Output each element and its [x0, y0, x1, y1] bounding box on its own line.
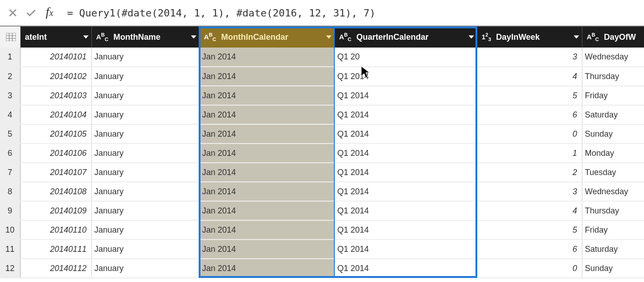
row-number[interactable]: 4 [0, 105, 20, 124]
table-row[interactable]: 520140105JanuaryJan 2014Q1 20140Sunday [0, 124, 644, 144]
cell-dayinweek[interactable]: 5 [477, 86, 582, 105]
cell-dayofw[interactable]: Wednesday [582, 182, 644, 201]
cell-dateint[interactable]: 20140108 [20, 182, 91, 201]
cell-dateint[interactable]: 20140107 [20, 163, 91, 182]
table-row[interactable]: 1020140110JanuaryJan 2014Q1 20145Friday [0, 220, 644, 239]
cell-monthname[interactable]: January [91, 48, 199, 67]
cell-monthname[interactable]: January [91, 67, 199, 86]
cell-dayofw[interactable]: Monday [582, 144, 644, 163]
cell-dayofw[interactable]: Wednesday [582, 48, 644, 67]
table-row[interactable]: 1120140111JanuaryJan 2014Q1 20146Saturda… [0, 239, 644, 259]
column-header-dayinweek[interactable]: 123 DayInWeek [477, 27, 582, 48]
table-row[interactable]: 420140104JanuaryJan 2014Q1 20146Saturday [0, 105, 644, 124]
cell-quarterincalendar[interactable]: Q1 2014 [334, 124, 477, 144]
cell-dateint[interactable]: 20140102 [20, 67, 91, 86]
cell-dateint[interactable]: 20140109 [20, 201, 91, 220]
cell-dayinweek[interactable]: 1 [477, 144, 582, 163]
cell-monthincalendar[interactable]: Jan 2014 [199, 48, 334, 67]
cell-monthname[interactable]: January [91, 105, 199, 124]
cell-monthincalendar[interactable]: Jan 2014 [199, 86, 334, 105]
cell-monthname[interactable]: January [91, 239, 199, 259]
row-number[interactable]: 10 [0, 220, 20, 239]
row-number[interactable]: 7 [0, 163, 20, 182]
cell-dayinweek[interactable]: 3 [477, 48, 582, 67]
cell-dayofw[interactable]: Sunday [582, 259, 644, 278]
cell-dateint[interactable]: 20140111 [20, 239, 91, 259]
cell-quarterincalendar[interactable]: Q1 2014 [334, 182, 477, 201]
cell-monthincalendar[interactable]: Jan 2014 [199, 220, 334, 239]
row-number[interactable]: 1 [0, 48, 20, 67]
row-number[interactable]: 3 [0, 86, 20, 105]
cell-monthincalendar[interactable]: Jan 2014 [199, 239, 334, 259]
cell-dateint[interactable]: 20140103 [20, 86, 91, 105]
cell-dayinweek[interactable]: 5 [477, 220, 582, 239]
filter-dropdown-icon[interactable] [574, 36, 579, 39]
row-number[interactable]: 9 [0, 201, 20, 220]
cell-dayinweek[interactable]: 6 [477, 105, 582, 124]
cell-quarterincalendar[interactable]: Q1 2014 [334, 105, 477, 124]
cell-quarterincalendar[interactable]: Q1 20 [334, 48, 477, 67]
table-row[interactable]: 1220140112JanuaryJan 2014Q1 20140Sunday [0, 259, 644, 278]
table-row[interactable]: 920140109JanuaryJan 2014Q1 20144Thursday [0, 201, 644, 220]
filter-dropdown-icon[interactable] [191, 36, 196, 39]
cell-dateint[interactable]: 20140112 [20, 259, 91, 278]
cell-quarterincalendar[interactable]: Q1 2014 [334, 144, 477, 163]
row-number[interactable]: 8 [0, 182, 20, 201]
cell-dayofw[interactable]: Friday [582, 220, 644, 239]
cell-dayofw[interactable]: Saturday [582, 105, 644, 124]
column-header-quarterincalendar[interactable]: ABC QuarterInCalendar [334, 27, 477, 48]
cell-monthincalendar[interactable]: Jan 2014 [199, 144, 334, 163]
cell-dateint[interactable]: 20140105 [20, 124, 91, 144]
formula-input[interactable] [63, 4, 644, 22]
table-row[interactable]: 120140101JanuaryJan 2014Q1 203Wednesday [0, 48, 644, 67]
select-all-corner[interactable] [0, 27, 20, 48]
column-header-monthincalendar[interactable]: ABC MonthInCalendar [199, 27, 334, 48]
cell-dayinweek[interactable]: 6 [477, 239, 582, 259]
cell-dayinweek[interactable]: 0 [477, 259, 582, 278]
cell-quarterincalendar[interactable]: Q1 2014 [334, 163, 477, 182]
cell-quarterincalendar[interactable]: Q1 2014 [334, 86, 477, 105]
table-row[interactable]: 820140108JanuaryJan 2014Q1 20143Wednesda… [0, 182, 644, 201]
column-header-monthname[interactable]: ABC MonthName [91, 27, 199, 48]
cell-dayinweek[interactable]: 3 [477, 182, 582, 201]
cell-monthname[interactable]: January [91, 163, 199, 182]
cell-monthincalendar[interactable]: Jan 2014 [199, 182, 334, 201]
table-row[interactable]: 220140102JanuaryJan 2014Q1 20144Thursday [0, 67, 644, 86]
cell-monthincalendar[interactable]: Jan 2014 [199, 163, 334, 182]
cell-monthname[interactable]: January [91, 201, 199, 220]
cell-monthincalendar[interactable]: Jan 2014 [199, 67, 334, 86]
filter-dropdown-icon[interactable] [326, 36, 332, 39]
cell-dateint[interactable]: 20140101 [20, 48, 91, 67]
cell-dayinweek[interactable]: 2 [477, 163, 582, 182]
filter-dropdown-icon[interactable] [83, 36, 89, 39]
cell-monthincalendar[interactable]: Jan 2014 [199, 124, 334, 144]
cell-dayofw[interactable]: Saturday [582, 239, 644, 259]
table-row[interactable]: 620140106JanuaryJan 2014Q1 20141Monday [0, 144, 644, 163]
cell-monthname[interactable]: January [91, 144, 199, 163]
cell-monthincalendar[interactable]: Jan 2014 [199, 105, 334, 124]
cell-dateint[interactable]: 20140104 [20, 105, 91, 124]
cancel-formula-button[interactable] [4, 4, 22, 22]
cell-dayinweek[interactable]: 0 [477, 124, 582, 144]
row-number[interactable]: 11 [0, 239, 20, 259]
row-number[interactable]: 2 [0, 67, 20, 86]
cell-monthincalendar[interactable]: Jan 2014 [199, 201, 334, 220]
cell-quarterincalendar[interactable]: Q1 2014 [334, 239, 477, 259]
cell-dayofw[interactable]: Sunday [582, 124, 644, 144]
cell-dayofw[interactable]: Tuesday [582, 163, 644, 182]
cell-monthname[interactable]: January [91, 182, 199, 201]
cell-quarterincalendar[interactable]: Q1 2014 [334, 259, 477, 278]
cell-dayofw[interactable]: Thursday [582, 201, 644, 220]
accept-formula-button[interactable] [22, 4, 40, 22]
row-number[interactable]: 6 [0, 144, 20, 163]
cell-quarterincalendar[interactable]: Q1 2014 [334, 220, 477, 239]
cell-dateint[interactable]: 20140106 [20, 144, 91, 163]
cell-monthincalendar[interactable]: Jan 2014 [199, 259, 334, 278]
cell-quarterincalendar[interactable]: Q1 2014 [334, 67, 477, 86]
cell-monthname[interactable]: January [91, 259, 199, 278]
cell-quarterincalendar[interactable]: Q1 2014 [334, 201, 477, 220]
cell-monthname[interactable]: January [91, 220, 199, 239]
column-header-dayofw[interactable]: ABC DayOfW [582, 27, 644, 48]
cell-dayinweek[interactable]: 4 [477, 67, 582, 86]
filter-dropdown-icon[interactable] [469, 36, 474, 39]
